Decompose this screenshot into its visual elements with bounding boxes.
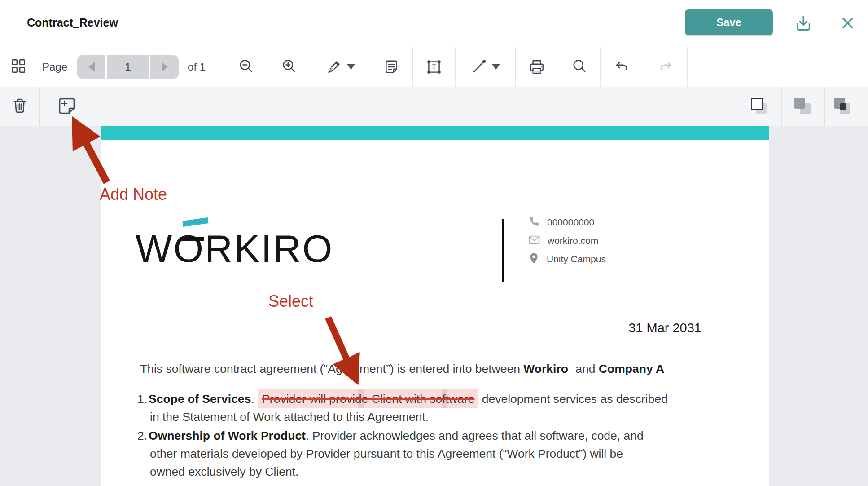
page-label: Page xyxy=(42,61,67,73)
page-prev-icon[interactable] xyxy=(77,55,105,79)
svg-text:T: T xyxy=(432,63,437,71)
intro-mid: and xyxy=(572,362,599,376)
contact-address-row: Unity Campus xyxy=(529,253,606,265)
search-button[interactable] xyxy=(558,47,600,87)
note-tool[interactable] xyxy=(370,47,412,87)
main-toolbar: Page 1 of 1 xyxy=(0,47,868,87)
opacity-half-icon xyxy=(793,97,814,117)
logo-accent-mark xyxy=(182,217,208,227)
opacity-none-icon xyxy=(750,97,770,117)
document-title: Contract_Review xyxy=(27,16,118,29)
page-next-icon[interactable] xyxy=(150,55,179,79)
undo-button[interactable] xyxy=(600,47,644,87)
zoom-out-button[interactable] xyxy=(225,47,267,87)
add-note-button[interactable] xyxy=(51,87,83,126)
redo-button[interactable] xyxy=(644,47,688,87)
party-workiro: Workiro xyxy=(523,362,568,376)
close-icon[interactable] xyxy=(840,13,855,33)
save-button[interactable]: Save xyxy=(685,9,773,35)
clause-text: . Provider acknowledges and agrees that … xyxy=(306,429,644,442)
workiro-logo: WORKIRO xyxy=(136,226,333,271)
thumbnails-grid-icon[interactable] xyxy=(11,58,26,75)
clause-scope-of-services: 1.Scope of Services. Provider will provi… xyxy=(137,390,725,426)
trash-icon xyxy=(11,97,28,117)
document-page[interactable]: WORKIRO 000000000 xyxy=(101,126,769,486)
struck-annotation[interactable]: Provider will provide Client with softwa… xyxy=(258,389,478,408)
contact-phone-row: 000000000 xyxy=(529,216,606,229)
logo-macron-mark xyxy=(180,237,204,241)
party-company-a: Company A xyxy=(599,362,664,376)
clause-ownership: 2.Ownership of Work Product. Provider ac… xyxy=(137,427,725,481)
location-pin-icon xyxy=(529,252,539,266)
line-tool[interactable] xyxy=(455,47,515,87)
clause-text: other materials developed by Provider pu… xyxy=(150,447,623,460)
contact-website-row: workiro.com xyxy=(529,234,606,247)
clause-title: Ownership of Work Product xyxy=(149,429,306,442)
download-icon[interactable] xyxy=(794,13,812,35)
highlighter-tool[interactable] xyxy=(311,47,370,87)
clause-title: Scope of Services xyxy=(149,392,251,406)
contact-block: 000000000 workiro.com xyxy=(529,216,606,265)
highlighter-icon xyxy=(326,58,342,76)
document-date: 31 Mar 2031 xyxy=(628,321,701,336)
page-total: of 1 xyxy=(188,61,206,73)
annotation-toolbar xyxy=(0,87,868,126)
page-pager: 1 xyxy=(77,55,179,79)
contract-clauses: 1.Scope of Services. Provider will provi… xyxy=(137,390,725,482)
text-box-tool[interactable]: T xyxy=(412,47,455,87)
clause-text: development services as described xyxy=(478,392,667,406)
line-dropdown-icon[interactable] xyxy=(492,64,500,70)
pdf-annotation-app: Contract_Review Save Page xyxy=(0,0,868,486)
opacity-none-button[interactable] xyxy=(738,87,781,126)
zoom-in-button[interactable] xyxy=(267,47,311,87)
clause-number: 1. xyxy=(137,392,147,406)
phone-icon xyxy=(529,216,539,229)
mail-icon xyxy=(529,235,540,247)
clause-number: 2. xyxy=(137,429,147,442)
header: Contract_Review Save xyxy=(0,0,868,47)
page-navigation: Page 1 of 1 xyxy=(0,47,225,87)
intro-text: This software contract agreement (“Agree… xyxy=(140,362,523,376)
line-tool-icon xyxy=(471,58,487,76)
clause-text: in the Statement of Work attached to thi… xyxy=(150,410,429,424)
contact-address: Unity Campus xyxy=(547,254,606,265)
intro-paragraph: This software contract agreement (“Agree… xyxy=(140,360,741,377)
print-button[interactable] xyxy=(515,47,558,87)
highlighter-dropdown-icon[interactable] xyxy=(347,64,355,70)
document-canvas: WORKIRO 000000000 xyxy=(0,126,868,486)
opacity-full-button[interactable] xyxy=(824,87,868,126)
add-note-icon xyxy=(57,96,77,118)
delete-annotation-button[interactable] xyxy=(0,87,40,126)
page-header-bar xyxy=(101,126,769,140)
contact-phone: 000000000 xyxy=(547,217,594,228)
contact-website: workiro.com xyxy=(548,235,598,246)
clause-separator: . xyxy=(251,392,258,406)
opacity-full-icon xyxy=(833,97,854,117)
opacity-half-button[interactable] xyxy=(781,87,824,126)
contact-divider xyxy=(502,219,504,282)
clause-text: owned exclusively by Client. xyxy=(150,465,298,478)
page-number-input[interactable]: 1 xyxy=(107,55,149,79)
